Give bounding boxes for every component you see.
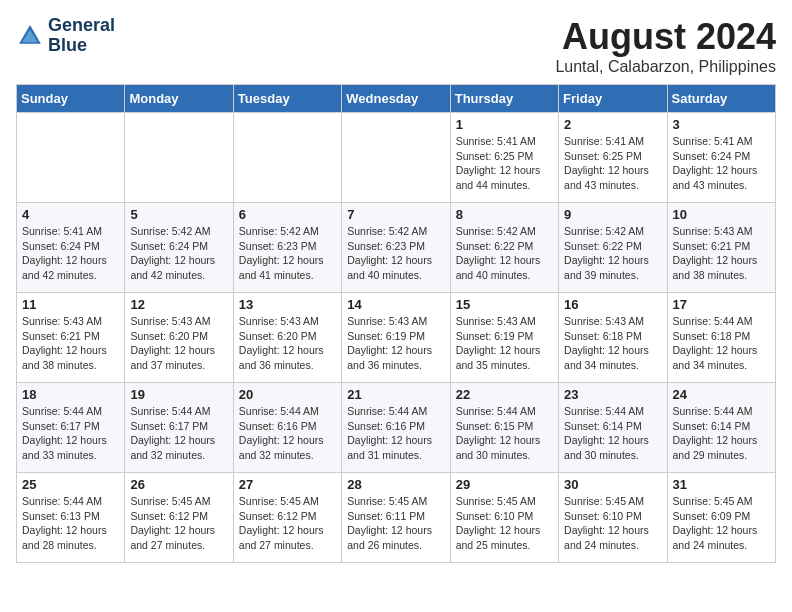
day-info: Sunrise: 5:45 AMSunset: 6:12 PMDaylight:… bbox=[239, 494, 336, 553]
calendar-cell: 26Sunrise: 5:45 AMSunset: 6:12 PMDayligh… bbox=[125, 473, 233, 563]
calendar-cell: 9Sunrise: 5:42 AMSunset: 6:22 PMDaylight… bbox=[559, 203, 667, 293]
calendar-cell bbox=[17, 113, 125, 203]
calendar-cell: 30Sunrise: 5:45 AMSunset: 6:10 PMDayligh… bbox=[559, 473, 667, 563]
calendar-cell: 1Sunrise: 5:41 AMSunset: 6:25 PMDaylight… bbox=[450, 113, 558, 203]
day-number: 1 bbox=[456, 117, 553, 132]
calendar-cell: 20Sunrise: 5:44 AMSunset: 6:16 PMDayligh… bbox=[233, 383, 341, 473]
calendar-cell: 6Sunrise: 5:42 AMSunset: 6:23 PMDaylight… bbox=[233, 203, 341, 293]
day-number: 30 bbox=[564, 477, 661, 492]
calendar-cell: 18Sunrise: 5:44 AMSunset: 6:17 PMDayligh… bbox=[17, 383, 125, 473]
day-number: 23 bbox=[564, 387, 661, 402]
weekday-header-cell: Tuesday bbox=[233, 85, 341, 113]
day-number: 11 bbox=[22, 297, 119, 312]
day-info: Sunrise: 5:42 AMSunset: 6:24 PMDaylight:… bbox=[130, 224, 227, 283]
day-number: 9 bbox=[564, 207, 661, 222]
calendar-cell: 24Sunrise: 5:44 AMSunset: 6:14 PMDayligh… bbox=[667, 383, 775, 473]
calendar-week-row: 18Sunrise: 5:44 AMSunset: 6:17 PMDayligh… bbox=[17, 383, 776, 473]
weekday-header-cell: Wednesday bbox=[342, 85, 450, 113]
day-number: 17 bbox=[673, 297, 770, 312]
day-info: Sunrise: 5:41 AMSunset: 6:25 PMDaylight:… bbox=[564, 134, 661, 193]
day-number: 16 bbox=[564, 297, 661, 312]
day-info: Sunrise: 5:42 AMSunset: 6:23 PMDaylight:… bbox=[347, 224, 444, 283]
day-info: Sunrise: 5:45 AMSunset: 6:09 PMDaylight:… bbox=[673, 494, 770, 553]
calendar-cell: 3Sunrise: 5:41 AMSunset: 6:24 PMDaylight… bbox=[667, 113, 775, 203]
calendar-cell: 31Sunrise: 5:45 AMSunset: 6:09 PMDayligh… bbox=[667, 473, 775, 563]
weekday-header-cell: Monday bbox=[125, 85, 233, 113]
day-number: 15 bbox=[456, 297, 553, 312]
calendar-cell: 19Sunrise: 5:44 AMSunset: 6:17 PMDayligh… bbox=[125, 383, 233, 473]
title-block: August 2024 Luntal, Calabarzon, Philippi… bbox=[555, 16, 776, 76]
day-info: Sunrise: 5:44 AMSunset: 6:16 PMDaylight:… bbox=[347, 404, 444, 463]
day-info: Sunrise: 5:43 AMSunset: 6:21 PMDaylight:… bbox=[673, 224, 770, 283]
day-info: Sunrise: 5:44 AMSunset: 6:15 PMDaylight:… bbox=[456, 404, 553, 463]
day-number: 19 bbox=[130, 387, 227, 402]
calendar-cell: 2Sunrise: 5:41 AMSunset: 6:25 PMDaylight… bbox=[559, 113, 667, 203]
logo-icon bbox=[16, 22, 44, 50]
day-info: Sunrise: 5:41 AMSunset: 6:24 PMDaylight:… bbox=[673, 134, 770, 193]
weekday-header-cell: Saturday bbox=[667, 85, 775, 113]
calendar-cell bbox=[233, 113, 341, 203]
day-number: 5 bbox=[130, 207, 227, 222]
calendar-cell: 14Sunrise: 5:43 AMSunset: 6:19 PMDayligh… bbox=[342, 293, 450, 383]
day-number: 22 bbox=[456, 387, 553, 402]
calendar-week-row: 11Sunrise: 5:43 AMSunset: 6:21 PMDayligh… bbox=[17, 293, 776, 383]
calendar-cell: 8Sunrise: 5:42 AMSunset: 6:22 PMDaylight… bbox=[450, 203, 558, 293]
calendar-cell: 27Sunrise: 5:45 AMSunset: 6:12 PMDayligh… bbox=[233, 473, 341, 563]
day-info: Sunrise: 5:42 AMSunset: 6:22 PMDaylight:… bbox=[456, 224, 553, 283]
calendar-cell: 15Sunrise: 5:43 AMSunset: 6:19 PMDayligh… bbox=[450, 293, 558, 383]
calendar-cell: 16Sunrise: 5:43 AMSunset: 6:18 PMDayligh… bbox=[559, 293, 667, 383]
day-number: 4 bbox=[22, 207, 119, 222]
calendar-table: SundayMondayTuesdayWednesdayThursdayFrid… bbox=[16, 84, 776, 563]
day-info: Sunrise: 5:45 AMSunset: 6:11 PMDaylight:… bbox=[347, 494, 444, 553]
calendar-cell: 28Sunrise: 5:45 AMSunset: 6:11 PMDayligh… bbox=[342, 473, 450, 563]
day-number: 27 bbox=[239, 477, 336, 492]
calendar-week-row: 1Sunrise: 5:41 AMSunset: 6:25 PMDaylight… bbox=[17, 113, 776, 203]
calendar-week-row: 25Sunrise: 5:44 AMSunset: 6:13 PMDayligh… bbox=[17, 473, 776, 563]
day-info: Sunrise: 5:42 AMSunset: 6:23 PMDaylight:… bbox=[239, 224, 336, 283]
day-number: 25 bbox=[22, 477, 119, 492]
day-info: Sunrise: 5:44 AMSunset: 6:17 PMDaylight:… bbox=[22, 404, 119, 463]
day-info: Sunrise: 5:44 AMSunset: 6:14 PMDaylight:… bbox=[673, 404, 770, 463]
day-number: 31 bbox=[673, 477, 770, 492]
day-number: 2 bbox=[564, 117, 661, 132]
day-number: 28 bbox=[347, 477, 444, 492]
calendar-cell: 11Sunrise: 5:43 AMSunset: 6:21 PMDayligh… bbox=[17, 293, 125, 383]
weekday-header-row: SundayMondayTuesdayWednesdayThursdayFrid… bbox=[17, 85, 776, 113]
day-number: 20 bbox=[239, 387, 336, 402]
day-number: 10 bbox=[673, 207, 770, 222]
calendar-cell: 10Sunrise: 5:43 AMSunset: 6:21 PMDayligh… bbox=[667, 203, 775, 293]
day-info: Sunrise: 5:44 AMSunset: 6:14 PMDaylight:… bbox=[564, 404, 661, 463]
day-number: 12 bbox=[130, 297, 227, 312]
weekday-header-cell: Friday bbox=[559, 85, 667, 113]
day-info: Sunrise: 5:43 AMSunset: 6:19 PMDaylight:… bbox=[456, 314, 553, 373]
calendar-cell: 17Sunrise: 5:44 AMSunset: 6:18 PMDayligh… bbox=[667, 293, 775, 383]
day-info: Sunrise: 5:43 AMSunset: 6:18 PMDaylight:… bbox=[564, 314, 661, 373]
calendar-cell: 12Sunrise: 5:43 AMSunset: 6:20 PMDayligh… bbox=[125, 293, 233, 383]
calendar-cell: 21Sunrise: 5:44 AMSunset: 6:16 PMDayligh… bbox=[342, 383, 450, 473]
calendar-cell: 22Sunrise: 5:44 AMSunset: 6:15 PMDayligh… bbox=[450, 383, 558, 473]
day-info: Sunrise: 5:43 AMSunset: 6:21 PMDaylight:… bbox=[22, 314, 119, 373]
day-number: 6 bbox=[239, 207, 336, 222]
day-info: Sunrise: 5:44 AMSunset: 6:16 PMDaylight:… bbox=[239, 404, 336, 463]
calendar-week-row: 4Sunrise: 5:41 AMSunset: 6:24 PMDaylight… bbox=[17, 203, 776, 293]
day-info: Sunrise: 5:44 AMSunset: 6:13 PMDaylight:… bbox=[22, 494, 119, 553]
day-info: Sunrise: 5:45 AMSunset: 6:12 PMDaylight:… bbox=[130, 494, 227, 553]
logo-text: General Blue bbox=[48, 16, 115, 56]
day-info: Sunrise: 5:43 AMSunset: 6:20 PMDaylight:… bbox=[239, 314, 336, 373]
page-header: General Blue August 2024 Luntal, Calabar… bbox=[16, 16, 776, 76]
calendar-cell: 29Sunrise: 5:45 AMSunset: 6:10 PMDayligh… bbox=[450, 473, 558, 563]
day-number: 7 bbox=[347, 207, 444, 222]
month-year-title: August 2024 bbox=[555, 16, 776, 58]
calendar-cell bbox=[342, 113, 450, 203]
calendar-cell: 23Sunrise: 5:44 AMSunset: 6:14 PMDayligh… bbox=[559, 383, 667, 473]
calendar-cell: 5Sunrise: 5:42 AMSunset: 6:24 PMDaylight… bbox=[125, 203, 233, 293]
day-info: Sunrise: 5:43 AMSunset: 6:19 PMDaylight:… bbox=[347, 314, 444, 373]
calendar-cell: 25Sunrise: 5:44 AMSunset: 6:13 PMDayligh… bbox=[17, 473, 125, 563]
day-number: 21 bbox=[347, 387, 444, 402]
day-number: 14 bbox=[347, 297, 444, 312]
calendar-cell: 13Sunrise: 5:43 AMSunset: 6:20 PMDayligh… bbox=[233, 293, 341, 383]
day-info: Sunrise: 5:45 AMSunset: 6:10 PMDaylight:… bbox=[564, 494, 661, 553]
logo: General Blue bbox=[16, 16, 115, 56]
calendar-cell bbox=[125, 113, 233, 203]
location-subtitle: Luntal, Calabarzon, Philippines bbox=[555, 58, 776, 76]
